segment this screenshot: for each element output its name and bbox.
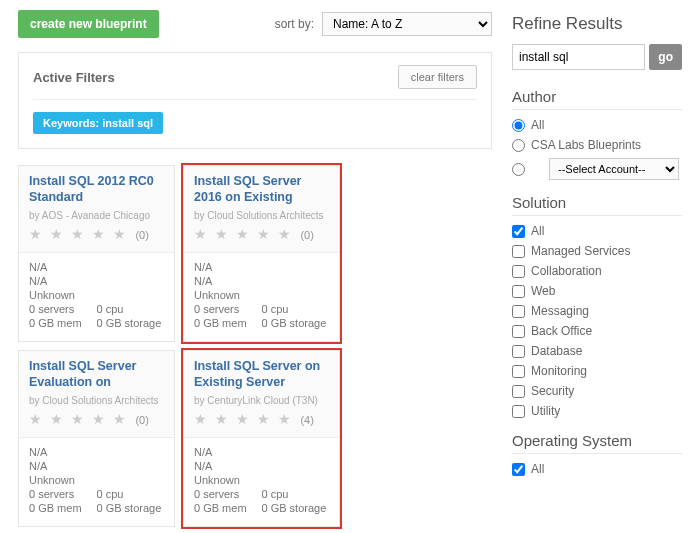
card-price-month: N/A <box>29 261 164 273</box>
solution-checkbox[interactable] <box>512 405 525 418</box>
search-input[interactable] <box>512 44 645 70</box>
card-os: Unknown <box>29 474 164 486</box>
card-servers: 0 servers <box>194 303 262 315</box>
clear-filters-button[interactable]: clear filters <box>398 65 477 89</box>
solution-option-label: Back Office <box>531 324 592 338</box>
card-title: Install SQL 2012 RC0 Standard <box>29 174 164 206</box>
solution-option[interactable]: Managed Services <box>512 244 682 258</box>
solution-option[interactable]: Messaging <box>512 304 682 318</box>
solution-option-label: Collaboration <box>531 264 602 278</box>
author-option-label: All <box>531 118 544 132</box>
card-price-hour: N/A <box>194 275 329 287</box>
solution-option-label: Web <box>531 284 555 298</box>
card-os: Unknown <box>194 289 329 301</box>
card-storage: 0 GB storage <box>262 317 330 329</box>
author-account-select[interactable]: --Select Account-- <box>549 158 679 180</box>
card-mem: 0 GB mem <box>29 317 97 329</box>
solution-checkbox[interactable] <box>512 365 525 378</box>
card-price-hour: N/A <box>29 275 164 287</box>
card-title: Install SQL Server Evaluation on <box>29 359 164 391</box>
card-servers: 0 servers <box>29 488 97 500</box>
solution-option-label: Database <box>531 344 582 358</box>
solution-option[interactable]: Monitoring <box>512 364 682 378</box>
author-title: Author <box>512 88 682 110</box>
blueprint-card[interactable]: Install SQL Server Evaluation onby Cloud… <box>18 350 175 527</box>
card-mem: 0 GB mem <box>194 502 262 514</box>
filter-tag-keywords[interactable]: Keywords: install sql <box>33 112 163 134</box>
blueprint-card[interactable]: Install SQL Server 2016 on Existingby Cl… <box>183 165 340 342</box>
blueprint-card[interactable]: Install SQL Server on Existing Serverby … <box>183 350 340 527</box>
solution-option-label: All <box>531 224 544 238</box>
star-rating: ★ ★ ★ ★ ★ (0) <box>29 411 164 427</box>
os-checkbox[interactable] <box>512 463 525 476</box>
card-price-month: N/A <box>29 446 164 458</box>
card-title: Install SQL Server 2016 on Existing <box>194 174 329 206</box>
solution-option-label: Security <box>531 384 574 398</box>
author-option[interactable]: All <box>512 118 682 132</box>
card-storage: 0 GB storage <box>262 502 330 514</box>
card-mem: 0 GB mem <box>194 317 262 329</box>
sort-control: sort by: Name: A to Z <box>275 12 492 36</box>
card-os: Unknown <box>29 289 164 301</box>
solution-option[interactable]: Back Office <box>512 324 682 338</box>
card-os: Unknown <box>194 474 329 486</box>
solution-option-label: Monitoring <box>531 364 587 378</box>
solution-checkbox[interactable] <box>512 265 525 278</box>
card-storage: 0 GB storage <box>97 317 165 329</box>
blueprint-grid: Install SQL 2012 RC0 Standardby AOS - Av… <box>18 165 492 533</box>
card-cpu: 0 cpu <box>262 303 330 315</box>
card-storage: 0 GB storage <box>97 502 165 514</box>
card-author: by Cloud Solutions Architects <box>29 395 164 406</box>
card-title: Install SQL Server on Existing Server <box>194 359 329 391</box>
solution-checkbox[interactable] <box>512 345 525 358</box>
sort-select[interactable]: Name: A to Z <box>322 12 492 36</box>
card-price-month: N/A <box>194 261 329 273</box>
star-rating: ★ ★ ★ ★ ★ (0) <box>29 226 164 242</box>
solution-checkbox[interactable] <box>512 385 525 398</box>
solution-option[interactable]: Web <box>512 284 682 298</box>
solution-title: Solution <box>512 194 682 216</box>
solution-option[interactable]: Security <box>512 384 682 398</box>
card-price-hour: N/A <box>29 460 164 472</box>
card-cpu: 0 cpu <box>262 488 330 500</box>
solution-option-label: Utility <box>531 404 560 418</box>
card-price-month: N/A <box>194 446 329 458</box>
os-option[interactable]: All <box>512 462 682 476</box>
author-radio-select-account[interactable] <box>512 163 525 176</box>
blueprint-card[interactable]: Install SQL 2012 RC0 Standardby AOS - Av… <box>18 165 175 342</box>
solution-option[interactable]: Collaboration <box>512 264 682 278</box>
os-title: Operating System <box>512 432 682 454</box>
card-author: by AOS - Avanade Chicago <box>29 210 164 221</box>
author-option[interactable]: CSA Labs Blueprints <box>512 138 682 152</box>
solution-option[interactable]: All <box>512 224 682 238</box>
active-filters-panel: Active Filters clear filters Keywords: i… <box>18 52 492 149</box>
star-rating: ★ ★ ★ ★ ★ (0) <box>194 226 329 242</box>
solution-checkbox[interactable] <box>512 285 525 298</box>
card-mem: 0 GB mem <box>29 502 97 514</box>
star-rating: ★ ★ ★ ★ ★ (4) <box>194 411 329 427</box>
card-author: by CenturyLink Cloud (T3N) <box>194 395 329 406</box>
solution-checkbox[interactable] <box>512 225 525 238</box>
solution-option-label: Managed Services <box>531 244 630 258</box>
go-button[interactable]: go <box>649 44 682 70</box>
os-section: Operating System All <box>512 432 682 476</box>
solution-checkbox[interactable] <box>512 245 525 258</box>
author-radio[interactable] <box>512 139 525 152</box>
card-servers: 0 servers <box>29 303 97 315</box>
author-radio[interactable] <box>512 119 525 132</box>
author-option-label: CSA Labs Blueprints <box>531 138 641 152</box>
os-option-label: All <box>531 462 544 476</box>
card-servers: 0 servers <box>194 488 262 500</box>
solution-option[interactable]: Database <box>512 344 682 358</box>
create-blueprint-button[interactable]: create new blueprint <box>18 10 159 38</box>
card-price-hour: N/A <box>194 460 329 472</box>
solution-option-label: Messaging <box>531 304 589 318</box>
sort-label: sort by: <box>275 17 314 31</box>
card-cpu: 0 cpu <box>97 488 165 500</box>
solution-option[interactable]: Utility <box>512 404 682 418</box>
solution-section: Solution AllManaged ServicesCollaboratio… <box>512 194 682 418</box>
solution-checkbox[interactable] <box>512 325 525 338</box>
solution-checkbox[interactable] <box>512 305 525 318</box>
active-filters-title: Active Filters <box>33 70 115 85</box>
refine-results-title: Refine Results <box>512 14 682 34</box>
